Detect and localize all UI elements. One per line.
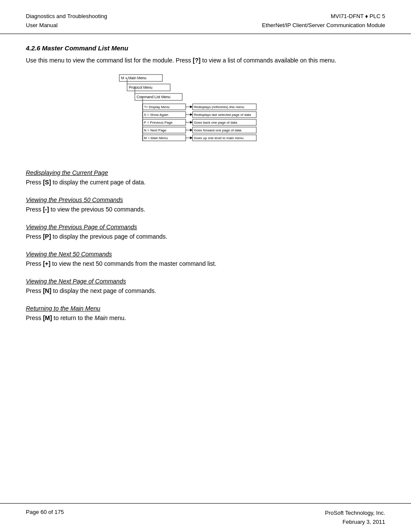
subsection-prev50: Viewing the Previous 50 Commands Press [… bbox=[26, 196, 385, 214]
key-question: [?] bbox=[193, 57, 201, 64]
key-s: [S] bbox=[43, 179, 51, 186]
subsection-prev-page: Viewing the Previous Page of Commands Pr… bbox=[26, 224, 385, 241]
key-n: [N] bbox=[43, 287, 51, 294]
svg-text:?= Display Menu: ?= Display Menu bbox=[144, 105, 170, 109]
svg-text:Goes up one level to main menu: Goes up one level to main menu bbox=[194, 136, 243, 140]
subsection-title-redisplaying: Redisplaying the Current Page bbox=[26, 169, 385, 176]
main-menu-italic: Main bbox=[95, 314, 108, 321]
svg-marker-18 bbox=[190, 113, 193, 116]
header-doc-subtitle: User Manual bbox=[26, 21, 107, 30]
header-left: Diagnostics and Troubleshooting User Man… bbox=[26, 12, 107, 30]
header-product: MVI71-DFNT ♦ PLC 5 bbox=[262, 12, 385, 21]
subsection-title-next50: Viewing the Next 50 Commands bbox=[26, 251, 385, 258]
subsection-title-returning: Returning to the Main Menu bbox=[26, 305, 385, 312]
section-title: 4.2.6 Master Command List Menu bbox=[26, 44, 385, 52]
svg-text:Protocol Menu: Protocol Menu bbox=[129, 85, 153, 90]
main-content: 4.2.6 Master Command List Menu Use this … bbox=[0, 34, 411, 504]
key-m: [M] bbox=[43, 314, 52, 321]
svg-text:Goes back one page of data: Goes back one page of data bbox=[194, 121, 237, 124]
svg-marker-30 bbox=[190, 129, 193, 131]
svg-text:Redisplays (refreshes) this me: Redisplays (refreshes) this menu bbox=[194, 105, 244, 109]
subsection-title-prev50: Viewing the Previous 50 Commands bbox=[26, 196, 385, 203]
svg-text:P = Previous Page: P = Previous Page bbox=[144, 121, 173, 124]
footer-page-number: Page 60 of 175 bbox=[26, 509, 64, 527]
subsection-next50: Viewing the Next 50 Commands Press [+] t… bbox=[26, 251, 385, 268]
key-plus: [+] bbox=[43, 260, 51, 267]
header-module: EtherNet/IP Client/Server Communication … bbox=[262, 21, 385, 30]
header-right: MVI71-DFNT ♦ PLC 5 EtherNet/IP Client/Se… bbox=[262, 12, 385, 30]
subsection-title-next-page: Viewing the Next Page of Commands bbox=[26, 278, 385, 285]
subsection-redisplaying: Redisplaying the Current Page Press [S] … bbox=[26, 169, 385, 187]
subsection-body-next50: Press [+] to view the next 50 commands f… bbox=[26, 259, 385, 268]
diagram-container: M = Main Menu Protocol Menu Command List… bbox=[26, 73, 385, 159]
key-p: [P] bbox=[43, 233, 51, 240]
svg-text:S = Show Again: S = Show Again bbox=[144, 113, 168, 117]
subsection-title-prev-page: Viewing the Previous Page of Commands bbox=[26, 224, 385, 230]
svg-marker-12 bbox=[190, 106, 193, 108]
svg-text:Goes forward one page of data: Goes forward one page of data bbox=[194, 128, 242, 132]
subsection-next-page: Viewing the Next Page of Commands Press … bbox=[26, 278, 385, 296]
svg-text:M = Main Menu: M = Main Menu bbox=[144, 136, 168, 140]
subsection-body-prev-page: Press [P] to display the previous page o… bbox=[26, 232, 385, 241]
svg-marker-36 bbox=[190, 137, 193, 139]
svg-text:M = Main Menu: M = Main Menu bbox=[121, 76, 146, 80]
svg-marker-24 bbox=[190, 121, 193, 124]
page-footer: Page 60 of 175 ProSoft Technology, Inc. … bbox=[0, 503, 411, 532]
subsection-body-returning: Press [M] to return to the Main menu. bbox=[26, 314, 385, 323]
key-minus: [-] bbox=[43, 206, 49, 213]
footer-company: ProSoft Technology, Inc. bbox=[325, 509, 385, 518]
subsection-body-prev50: Press [-] to view the previous 50 comman… bbox=[26, 205, 385, 214]
subsection-body-redisplaying: Press [S] to display the current page of… bbox=[26, 178, 385, 187]
svg-text:N = Next Page: N = Next Page bbox=[144, 128, 167, 132]
subsection-body-next-page: Press [N] to display the next page of co… bbox=[26, 286, 385, 296]
subsection-returning: Returning to the Main Menu Press [M] to … bbox=[26, 305, 385, 323]
svg-text:Command List Menu: Command List Menu bbox=[137, 95, 171, 99]
page-container: Diagnostics and Troubleshooting User Man… bbox=[0, 0, 411, 532]
section-number: 4.2.6 bbox=[26, 44, 40, 52]
page-header: Diagnostics and Troubleshooting User Man… bbox=[0, 0, 411, 34]
header-doc-title: Diagnostics and Troubleshooting bbox=[26, 12, 107, 21]
footer-date: February 3, 2011 bbox=[325, 518, 385, 527]
section-heading: Master Command List Menu bbox=[42, 44, 128, 52]
command-diagram: M = Main Menu Protocol Menu Command List… bbox=[115, 73, 296, 159]
svg-text:Redisplays last selected page : Redisplays last selected page of data bbox=[194, 113, 251, 117]
footer-company-info: ProSoft Technology, Inc. February 3, 201… bbox=[325, 509, 385, 527]
section-intro: Use this menu to view the command list f… bbox=[26, 56, 385, 65]
